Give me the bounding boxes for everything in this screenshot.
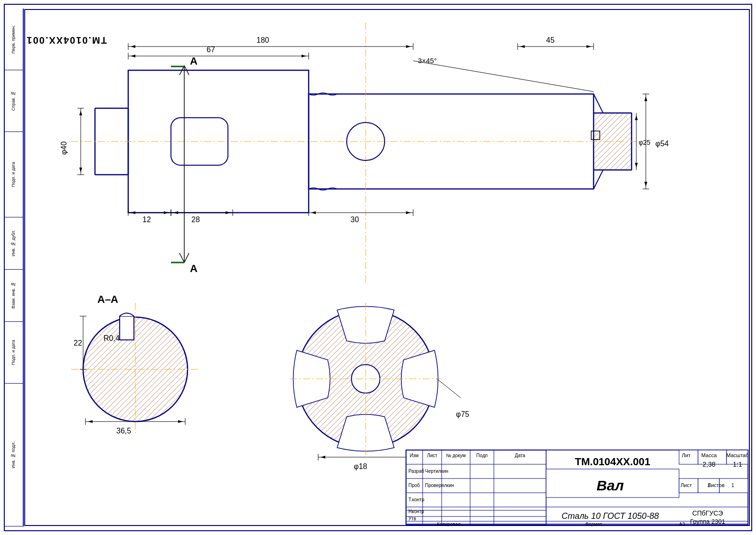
sidebar-label-3: Подп. и дата (11, 162, 16, 187)
svg-marker-96 (635, 163, 638, 168)
sidebar-label-5: Взам. инв. № (11, 282, 16, 309)
svg-line-75 (413, 61, 594, 92)
svg-rect-38 (120, 316, 134, 340)
svg-text:45: 45 (546, 36, 555, 44)
svg-marker-108 (226, 211, 230, 214)
svg-marker-79 (520, 45, 525, 48)
svg-text:Проб: Проб (408, 483, 420, 488)
svg-marker-47 (88, 420, 93, 423)
svg-marker-85 (79, 111, 82, 115)
svg-text:А: А (190, 55, 198, 67)
svg-text:180: 180 (256, 36, 269, 44)
svg-line-15 (594, 170, 603, 189)
svg-text:φ18: φ18 (354, 462, 367, 470)
svg-text:Листов: Листов (708, 482, 725, 488)
svg-text:Подп: Подп (476, 453, 488, 458)
svg-marker-107 (173, 211, 178, 214)
svg-text:Масса: Масса (701, 452, 717, 458)
svg-text:ТМ.0104ХХ.001: ТМ.0104ХХ.001 (575, 456, 651, 468)
svg-marker-66 (406, 45, 411, 48)
sidebar-section-5: Взам. инв. № (4, 270, 23, 322)
svg-text:2,38: 2,38 (702, 460, 715, 468)
svg-text:№ докум: № докум (446, 453, 465, 458)
svg-text:φ40: φ40 (60, 141, 68, 155)
svg-marker-80 (586, 45, 591, 48)
svg-marker-102 (164, 211, 169, 214)
sidebar-section-1: Перв. примен. (4, 9, 23, 70)
svg-text:R0,4: R0,4 (104, 334, 120, 342)
svg-text:φ54: φ54 (655, 140, 669, 148)
svg-text:φ25: φ25 (639, 139, 651, 146)
svg-text:Сталь 10  ГОСТ 1050-88: Сталь 10 ГОСТ 1050-88 (562, 511, 659, 521)
svg-line-30 (180, 253, 184, 263)
sidebar-section-7: Инв. № подл. (4, 384, 23, 526)
svg-text:Утв: Утв (408, 516, 416, 521)
svg-text:СПбГУСЭ: СПбГУСЭ (692, 509, 723, 517)
svg-marker-92 (644, 182, 647, 187)
svg-marker-71 (131, 55, 135, 57)
sidebar-section-4: Инв. № дубл. (4, 217, 23, 270)
svg-text:Лист: Лист (427, 453, 437, 458)
svg-marker-91 (644, 96, 647, 101)
svg-text:Масштаб: Масштаб (726, 452, 748, 458)
svg-text:Вал: Вал (596, 478, 624, 493)
svg-marker-72 (302, 55, 306, 57)
svg-text:30: 30 (350, 216, 359, 224)
sidebar-label-4: Инв. № дубл. (11, 230, 16, 256)
sidebar-section-2: Справ. № (4, 70, 23, 132)
left-sidebar: Перв. примен. Справ. № Подп. и дата Инв.… (4, 9, 24, 526)
svg-text:Нконтр: Нконтр (408, 509, 424, 514)
sidebar-label-7: Инв. № подл. (11, 441, 16, 468)
svg-text:28: 28 (191, 216, 200, 224)
svg-text:φ75: φ75 (456, 410, 469, 418)
svg-text:36,5: 36,5 (116, 427, 131, 435)
svg-text:Дата: Дата (515, 453, 526, 458)
svg-marker-86 (79, 168, 82, 172)
svg-marker-65 (131, 45, 135, 48)
svg-text:Изм: Изм (410, 453, 419, 458)
svg-marker-59 (321, 456, 325, 459)
svg-text:Лист: Лист (680, 482, 692, 488)
svg-text:1: 1 (731, 482, 734, 488)
svg-text:Т.контр: Т.контр (408, 497, 425, 502)
svg-text:Лит: Лит (682, 452, 690, 458)
sidebar-label-2: Справ. № (11, 91, 16, 111)
svg-text:1:1: 1:1 (733, 460, 742, 468)
svg-line-14 (594, 94, 603, 113)
svg-text:22: 22 (74, 339, 82, 347)
svg-marker-95 (635, 115, 638, 120)
svg-text:А: А (190, 263, 198, 274)
svg-marker-48 (178, 420, 183, 423)
svg-line-31 (184, 253, 189, 263)
svg-marker-113 (311, 211, 316, 214)
sidebar-section-6: Подп. и дата (4, 322, 23, 384)
sidebar-section-3: Подп. и дата (4, 132, 23, 217)
svg-marker-114 (406, 211, 411, 214)
svg-text:67: 67 (207, 46, 215, 54)
svg-text:Разраб: Разраб (408, 469, 424, 474)
svg-text:12: 12 (142, 216, 151, 224)
title-rotated-text: ТМ.0104ХХ.001 (26, 35, 107, 46)
technical-drawing: ТМ.0104ХХ.001 (24, 9, 750, 526)
svg-marker-101 (131, 211, 135, 214)
sidebar-label-1: Перв. примен. (11, 25, 16, 54)
sidebar-label-6: Подп. и дата (11, 340, 16, 365)
svg-text:Чертилкин: Чертилкин (425, 469, 448, 474)
svg-text:Проверялкин: Проверялкин (425, 483, 454, 488)
drawing-container: Перв. примен. Справ. № Подп. и дата Инв.… (0, 0, 756, 535)
svg-text:А–А: А–А (97, 293, 118, 305)
svg-line-54 (437, 379, 461, 398)
